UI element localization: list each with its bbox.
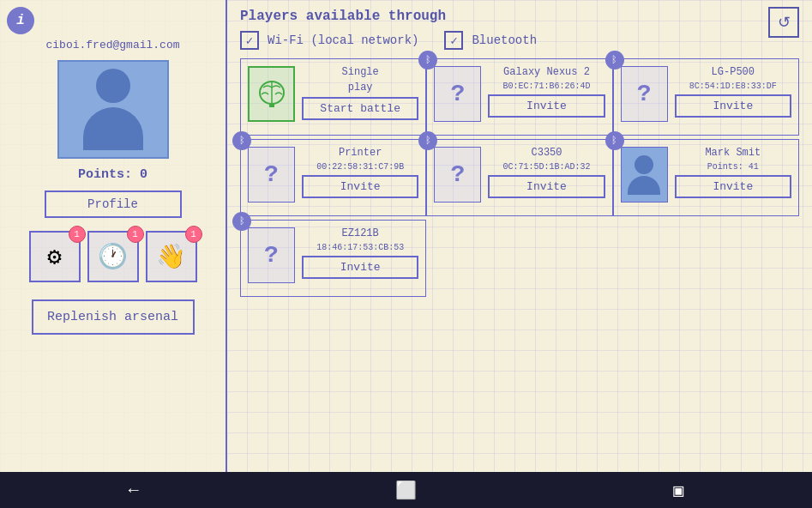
right-panel: Players available through ✓ Wi-Fi (local… (227, 0, 812, 472)
question-icon-printer: ? (248, 147, 295, 203)
invite-button-lg[interactable]: Invite (675, 94, 791, 118)
brain-icon (248, 66, 295, 122)
wifi-connection-row: ✓ Wi-Fi (local network) (240, 31, 418, 50)
points-display: Points: 0 (78, 167, 147, 182)
bluetooth-badge-ez121b: ᛒ (232, 212, 251, 231)
invite-button-ez121b[interactable]: Invite (302, 256, 418, 279)
question-icon-c3350: ? (434, 147, 481, 203)
player-cell-marksmit: ᛒ Mark Smit Points: 41 Invite (613, 139, 799, 216)
bluetooth-badge-printer: ᛒ (232, 131, 251, 150)
badge-item-wave[interactable]: 1 👋 (146, 231, 197, 282)
player-mac-galaxy: B0:EC:71:B6:26:4D (488, 82, 604, 91)
player-mac-c3350: 0C:71:5D:1B:AD:32 (488, 162, 604, 172)
player-mac-lg: 8C:54:1D:E8:33:DF (675, 82, 791, 91)
wave-icon: 👋 (156, 242, 186, 271)
player-cell-single: Single play Start battle (240, 58, 426, 136)
clock-icon: 🕐 (98, 242, 128, 271)
user-email: ciboi.fred@gmail.com (45, 39, 179, 51)
info-icon[interactable]: i (7, 7, 34, 34)
replenish-arsenal-button[interactable]: Replenish arsenal (32, 299, 195, 335)
badge-item-gear[interactable]: 1 ⚙ (29, 231, 81, 282)
refresh-button[interactable]: ↺ (768, 7, 799, 38)
left-panel: i ciboi.fred@gmail.com Points: 0 Profile… (0, 0, 227, 472)
invite-button-galaxy[interactable]: Invite (488, 94, 604, 118)
avatar-icon-marksmit (621, 147, 668, 203)
avatar (57, 60, 169, 159)
avatar-figure (83, 69, 143, 150)
player-name-single: Single (302, 66, 418, 78)
bluetooth-badge-marksmit: ᛒ (605, 131, 624, 150)
brain-svg (255, 77, 289, 112)
player-info-marksmit: Mark Smit Points: 41 Invite (675, 147, 791, 198)
question-icon-lg: ? (621, 66, 668, 122)
avatar-body (83, 107, 143, 150)
wifi-checkbox[interactable]: ✓ (240, 31, 259, 50)
player-info-c3350: C3350 0C:71:5D:1B:AD:32 Invite (488, 147, 604, 198)
wifi-label: Wi-Fi (local network) (268, 33, 418, 47)
panel-title: Players available through (240, 9, 446, 24)
player-name-printer: Printer (302, 147, 418, 159)
gear-icon: ⚙ (47, 242, 62, 271)
player-mac-printer: 00:22:58:31:C7:9B (302, 162, 418, 172)
recent-apps-button[interactable]: ▣ (673, 480, 683, 501)
bluetooth-connection-row: ✓ Bluetooth (444, 31, 537, 50)
svg-rect-2 (269, 103, 274, 107)
player-info-single: Single play Start battle (302, 66, 418, 120)
bluetooth-badge-lg: ᛒ (605, 51, 624, 70)
player-name-single2: play (302, 82, 418, 94)
badge-count-gear: 1 (69, 226, 86, 243)
badge-count-clock: 1 (127, 226, 144, 243)
invite-button-marksmit[interactable]: Invite (675, 175, 791, 198)
player-info-galaxy: Galaxy Nexus 2 B0:EC:71:B6:26:4D Invite (488, 66, 604, 118)
player-name-ez121b: EZ121B (302, 227, 418, 239)
question-icon-ez121b: ? (248, 227, 295, 283)
player-mac-ez121b: 18:46:17:53:CB:53 (302, 243, 418, 252)
player-cell-ez121b: ᛒ ? EZ121B 18:46:17:53:CB:53 Invite (240, 220, 426, 297)
badge-item-clock[interactable]: 1 🕐 (87, 231, 139, 282)
player-points-marksmit: Points: 41 (675, 162, 791, 172)
empty-cell-2 (613, 220, 799, 297)
player-name-marksmit: Mark Smit (675, 147, 791, 159)
bluetooth-checkbox[interactable]: ✓ (444, 31, 463, 50)
player-cell-c3350: ᛒ ? C3350 0C:71:5D:1B:AD:32 Invite (426, 139, 612, 216)
question-icon-galaxy: ? (434, 66, 481, 122)
player-cell-lg: ᛒ ? LG-P500 8C:54:1D:E8:33:DF Invite (613, 58, 799, 136)
player-cell-galaxy: ᛒ ? Galaxy Nexus 2 B0:EC:71:B6:26:4D Inv… (426, 58, 612, 136)
nav-bar: ← ⬜ ▣ (0, 472, 812, 508)
avatar-head (96, 69, 130, 103)
player-name-lg: LG-P500 (675, 66, 791, 78)
player-info-ez121b: EZ121B 18:46:17:53:CB:53 Invite (302, 227, 418, 279)
start-battle-button[interactable]: Start battle (302, 97, 418, 120)
profile-button[interactable]: Profile (45, 190, 182, 218)
back-button[interactable]: ← (129, 481, 139, 500)
panel-header: Players available through (240, 9, 799, 24)
empty-cell-1 (426, 220, 612, 297)
bluetooth-label: Bluetooth (472, 33, 537, 47)
invite-button-c3350[interactable]: Invite (488, 175, 604, 198)
badge-count-wave: 1 (185, 226, 202, 243)
invite-button-printer[interactable]: Invite (302, 175, 418, 198)
badges-row: 1 ⚙ 1 🕐 1 👋 (29, 231, 197, 282)
player-cell-printer: ᛒ ? Printer 00:22:58:31:C7:9B Invite (240, 139, 426, 216)
player-info-printer: Printer 00:22:58:31:C7:9B Invite (302, 147, 418, 198)
player-name-galaxy: Galaxy Nexus 2 (488, 66, 604, 78)
player-name-c3350: C3350 (488, 147, 604, 159)
player-info-lg: LG-P500 8C:54:1D:E8:33:DF Invite (675, 66, 791, 118)
home-button[interactable]: ⬜ (395, 480, 417, 501)
